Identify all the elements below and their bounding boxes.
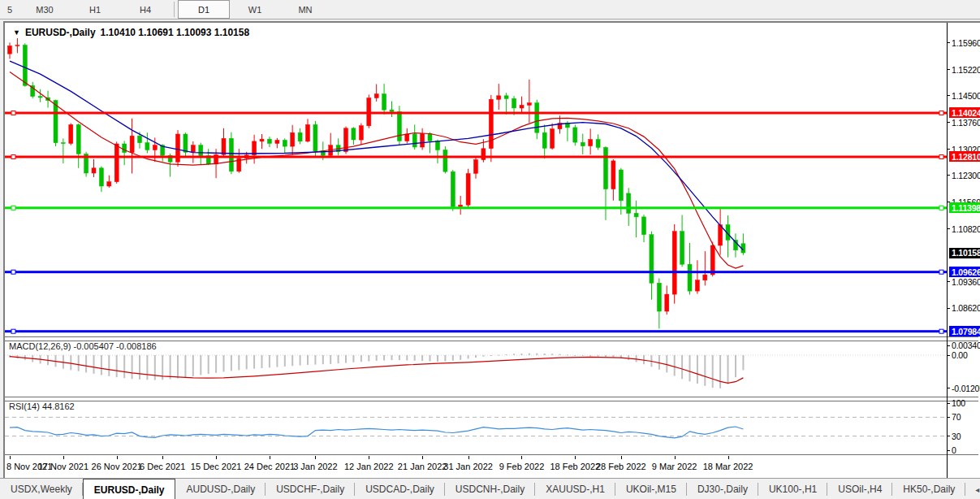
toolbar-separator xyxy=(174,2,175,17)
price-tick-mark xyxy=(947,175,950,176)
rsi-tick-label: 0 xyxy=(952,445,980,455)
tab-scroll-arrows: ◂▸ xyxy=(967,479,980,499)
price-tick-mark xyxy=(947,122,950,123)
chart-tab-usdx-weekly[interactable]: USDX,Weekly xyxy=(0,479,83,499)
chart-tab-dj30-daily[interactable]: DJ30-,Daily xyxy=(687,479,758,499)
price-tick-mark xyxy=(947,281,950,282)
timeframe-button-w1[interactable]: W1 xyxy=(230,0,280,19)
line-drag-handle[interactable] xyxy=(939,206,943,210)
macd-tick-mark xyxy=(947,388,950,388)
macd-tick-mark xyxy=(947,355,950,356)
price-tick-mark xyxy=(947,42,950,43)
date-tick-mark xyxy=(63,456,64,459)
date-label: 15 Dec 2021 xyxy=(191,462,241,471)
date-tick-mark xyxy=(675,456,676,459)
price-tick-mark xyxy=(947,69,950,70)
line-drag-handle[interactable] xyxy=(11,329,15,333)
date-axis[interactable]: 8 Nov 202117 Nov 202126 Nov 20216 Dec 20… xyxy=(5,454,978,479)
date-label: 18 Mar 2022 xyxy=(703,462,753,471)
timeframe-button-5[interactable]: 5 xyxy=(0,0,19,19)
rsi-tick-label: 100 xyxy=(952,398,980,408)
line-drag-handle[interactable] xyxy=(11,111,15,115)
chart-tab-uk100-h1[interactable]: UK100-,H1 xyxy=(758,479,827,499)
timeframe-button-h4[interactable]: H4 xyxy=(120,0,171,19)
rsi-tick-mark xyxy=(947,436,950,436)
chart-tab-usdchf-daily[interactable]: USDCHF-,Daily xyxy=(266,479,355,499)
timeframe-button-mn[interactable]: MN xyxy=(280,0,330,19)
tab-scroll-left-icon[interactable]: ◂ xyxy=(975,485,979,494)
rsi-line xyxy=(10,427,743,438)
price-tick-mark xyxy=(947,228,950,229)
timeframe-button-m30[interactable]: M30 xyxy=(19,0,70,19)
line-drag-handle[interactable] xyxy=(939,329,943,333)
date-tick-mark xyxy=(216,456,217,459)
price-tick-label: 1.10820 xyxy=(952,224,980,234)
rsi-tick-mark xyxy=(947,403,950,404)
line-price-flag: 1.07984 xyxy=(949,326,980,336)
price-tick-label: 1.12300 xyxy=(952,171,980,180)
date-tick-mark xyxy=(621,456,622,459)
price-tick-mark xyxy=(947,308,950,309)
line-drag-handle[interactable] xyxy=(11,206,15,210)
date-label: 9 Feb 2022 xyxy=(499,462,545,471)
timeframe-button-d1[interactable]: D1 xyxy=(178,0,230,19)
line-price-flag: 1.09626 xyxy=(949,267,980,277)
price-tick-label: 1.08620 xyxy=(952,303,980,313)
date-tick-mark xyxy=(315,456,316,459)
line-drag-handle[interactable] xyxy=(939,111,943,115)
chart-tab-usdcad-daily[interactable]: USDCAD-,Daily xyxy=(355,479,445,499)
date-label: 18 Feb 2022 xyxy=(550,462,600,471)
chart-tab-usoil-h4[interactable]: USOil-,H4 xyxy=(827,479,892,499)
macd-indicator-label: MACD(12,26,9) -0.005407 -0.008186 xyxy=(9,341,157,351)
macd-tick-mark xyxy=(947,345,950,346)
chart-tab-usdcnh-daily[interactable]: USDCNH-,Daily xyxy=(445,479,535,499)
chart-tab-hk50-daily[interactable]: HK50-,Daily xyxy=(892,479,965,499)
chart-symbol-label: EURUSD-,Daily xyxy=(25,27,96,38)
date-tick-mark xyxy=(162,456,163,459)
horizontal-line-object[interactable] xyxy=(5,112,947,115)
chart-tab-audusd-daily[interactable]: AUDUSD-,Daily xyxy=(175,479,266,499)
price-tick-label: 1.15220 xyxy=(952,65,980,75)
date-label: 17 Nov 2021 xyxy=(38,462,89,471)
timeframe-toolbar: 5M30H1H4D1W1MN xyxy=(0,0,980,20)
date-label: 9 Mar 2022 xyxy=(652,462,697,471)
timeframe-button-h1[interactable]: H1 xyxy=(70,0,120,19)
rsi-tick-label: 70 xyxy=(952,412,980,422)
date-tick-mark xyxy=(422,456,423,459)
date-tick-mark xyxy=(468,456,469,459)
price-tick-label: 1.14500 xyxy=(952,91,980,101)
macd-tick-label: 0.00 xyxy=(952,350,980,360)
horizontal-line-object[interactable] xyxy=(5,271,947,273)
line-drag-handle[interactable] xyxy=(939,270,943,274)
horizontal-line-object[interactable] xyxy=(5,156,947,158)
chart-dropdown-icon[interactable]: ▼ xyxy=(13,28,20,37)
date-tick-mark xyxy=(575,456,576,459)
line-drag-handle[interactable] xyxy=(11,155,15,159)
date-tick-mark xyxy=(270,456,270,459)
macd-tick-label: 0.003408 xyxy=(952,341,980,350)
rsi-tick-label: 30 xyxy=(952,432,980,441)
chart-tab-eurusd-daily[interactable]: EURUSD-,Daily xyxy=(83,479,176,499)
line-price-flag: 1.12810 xyxy=(949,151,980,162)
price-tick-mark xyxy=(947,149,950,150)
rsi-tick-mark xyxy=(947,450,950,451)
date-label: 12 Jan 2022 xyxy=(344,462,394,471)
date-tick-mark xyxy=(117,456,118,459)
main-price-chart xyxy=(5,23,947,337)
date-label: 28 Feb 2022 xyxy=(596,462,646,471)
line-drag-handle[interactable] xyxy=(939,155,943,159)
line-drag-handle[interactable] xyxy=(11,270,15,274)
chart-title: ▼ EURUSD-,Daily 1.10410 1.10691 1.10093 … xyxy=(13,27,249,38)
price-axis-line xyxy=(947,23,948,478)
chart-tab-xauusd-h1[interactable]: XAUUSD-,H1 xyxy=(535,479,615,499)
chart-tab-bar: USDX,WeeklyEURUSD-,DailyAUDUSD-,DailyUSD… xyxy=(0,478,980,499)
current-price-flag: 1.10158 xyxy=(949,248,980,258)
chart-tab-ukoil-m15[interactable]: UKOil-,M15 xyxy=(615,479,687,499)
date-label: 31 Jan 2022 xyxy=(443,462,493,471)
date-label: 3 Jan 2022 xyxy=(293,462,337,471)
price-tick-label: 1.09360 xyxy=(952,277,980,287)
date-tick-mark xyxy=(521,456,522,459)
horizontal-line-object[interactable] xyxy=(5,206,947,209)
rsi-tick-mark xyxy=(947,417,950,418)
horizontal-line-object[interactable] xyxy=(5,330,947,332)
